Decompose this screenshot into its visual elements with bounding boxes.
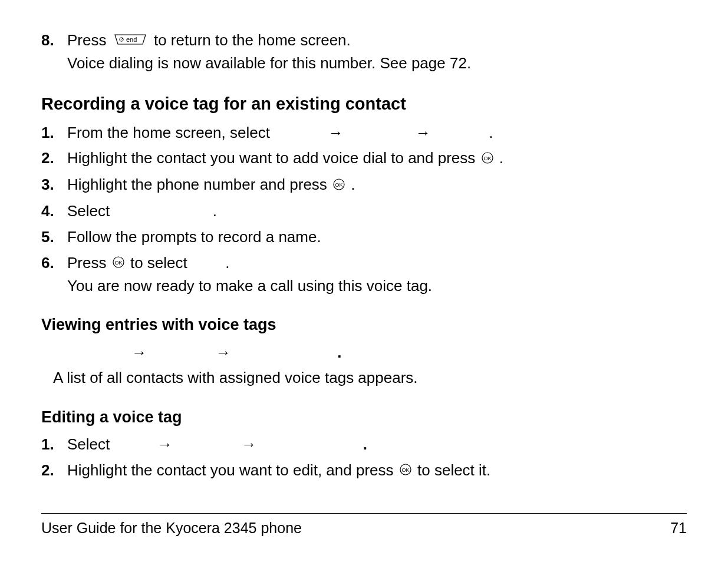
step-number: 2. [41,147,67,170]
ok-key-icon: OK [112,253,125,275]
text: Select [67,435,114,453]
text: . [363,435,367,453]
step-3: 3. Highlight the phone number and press … [41,174,687,197]
ok-key-icon: OK [481,148,494,171]
text: to select [130,254,192,272]
step-content: Press end to return to the home screen. … [67,29,687,75]
step-content: Select . [67,200,687,223]
step-content: Press OK to select . You are now ready t… [67,252,687,297]
section-heading-viewing: Viewing entries with voice tags [41,313,687,336]
footer-title: User Guide for the Kyocera 2345 phone [41,517,302,538]
text: Highlight the phone number and press [67,176,331,193]
step-number: 2. [41,459,67,482]
svg-text:OK: OK [401,467,409,472]
text: Press [67,31,111,49]
step-2: 2. Highlight the contact you want to add… [41,147,687,170]
text: to return to the home screen. [154,31,351,49]
end-key-icon: end [113,30,147,52]
step-content: Select → → . [67,434,687,456]
page-number: 71 [670,517,687,538]
arrow-icon: → [232,434,266,456]
step-number: 1. [41,122,67,144]
step-number: 5. [41,226,67,249]
edit-step-2: 2. Highlight the contact you want to edi… [41,459,687,482]
document-page: 8. Press end to return to the home scree… [0,0,728,562]
arrow-icon: → [206,342,241,364]
step-content: Follow the prompts to record a name. [67,226,687,249]
svg-text:OK: OK [114,259,122,265]
text: Follow the prompts to record a name. [67,228,321,246]
navigation-path: → → . [53,342,687,364]
text: Highlight the contact you want to add vo… [67,149,480,167]
step-number: 3. [41,174,67,197]
ok-key-icon: OK [399,460,412,482]
text: to select it. [417,461,490,479]
text: From the home screen, select [67,124,274,141]
text: Highlight the contact you want to edit, … [67,461,398,479]
text: Voice dialing is now available for this … [67,52,687,75]
step-content: From the home screen, select → → . [67,122,687,144]
text: Press [67,254,111,272]
text: . [351,176,355,193]
arrow-icon: → [122,342,156,364]
step-5: 5. Follow the prompts to record a name. [41,226,687,249]
text: . [337,343,341,361]
text: A list of all contacts with assigned voi… [53,367,687,389]
step-number: 6. [41,252,67,297]
arrow-icon: → [314,122,357,144]
step-1: 1. From the home screen, select → → . [41,122,687,144]
step-number: 4. [41,200,67,223]
text: . [499,149,503,167]
section-heading-editing: Editing a voice tag [41,406,687,429]
svg-text:OK: OK [335,181,343,187]
svg-text:end: end [126,36,137,43]
text: You are now ready to make a call using t… [67,275,687,297]
step-number: 8. [41,29,67,75]
step-number: 1. [41,434,67,456]
step-4: 4. Select . [41,200,687,223]
edit-step-1: 1. Select → → . [41,434,687,456]
step-8: 8. Press end to return to the home scree… [41,29,687,75]
page-footer: User Guide for the Kyocera 2345 phone 71 [41,513,687,538]
arrow-icon: → [148,434,182,456]
text: . [225,254,229,272]
text: Select [67,202,114,220]
ok-key-icon: OK [332,175,345,197]
step-6: 6. Press OK to select . You are now read… [41,252,687,297]
step-content: Highlight the contact you want to edit, … [67,459,687,482]
step-content: Highlight the contact you want to add vo… [67,147,687,170]
text: . [213,202,217,220]
text: . [489,124,493,141]
arrow-icon: → [401,122,445,144]
svg-text:OK: OK [483,155,491,161]
step-content: Highlight the phone number and press OK … [67,174,687,197]
section-heading-recording: Recording a voice tag for an existing co… [41,91,687,116]
